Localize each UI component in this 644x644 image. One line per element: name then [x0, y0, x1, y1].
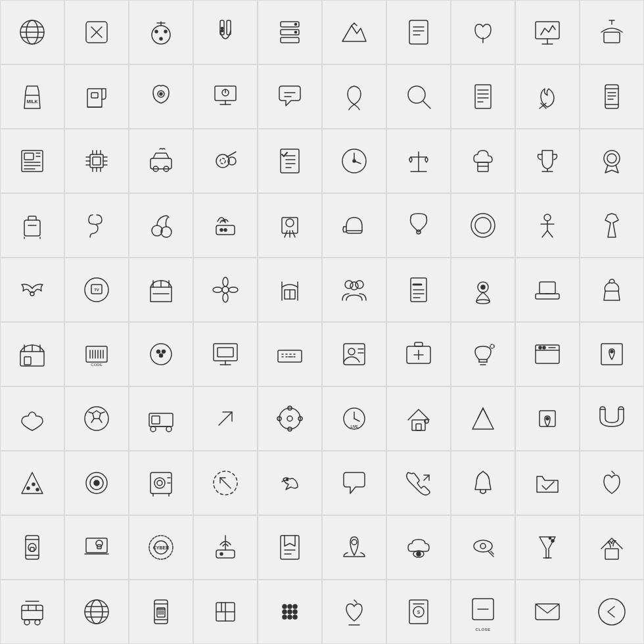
icon-gas-station[interactable]: [64, 64, 129, 129]
icon-medical[interactable]: [386, 322, 451, 386]
icon-mobile-app[interactable]: [580, 64, 644, 129]
icon-map-pin[interactable]: [580, 322, 644, 386]
icon-garden[interactable]: [258, 193, 322, 258]
icon-magnet[interactable]: [580, 386, 644, 451]
icon-device[interactable]: [515, 258, 580, 322]
icon-chat-bubble[interactable]: [258, 64, 322, 129]
icon-pyramid[interactable]: [451, 386, 515, 451]
icon-globe[interactable]: [0, 0, 64, 64]
icon-dots-grid[interactable]: [258, 580, 322, 644]
icon-cloud-server[interactable]: [451, 129, 515, 193]
icon-conveyor[interactable]: [129, 386, 193, 451]
icon-locked-laptop[interactable]: [64, 515, 129, 580]
icon-mobile-lock[interactable]: [0, 515, 64, 580]
icon-cyber[interactable]: CYBER: [129, 515, 193, 580]
icon-presentation-alarm[interactable]: [193, 64, 258, 129]
icon-libra[interactable]: [386, 129, 451, 193]
icon-cpu[interactable]: [64, 129, 129, 193]
icon-leaf-hand[interactable]: [322, 64, 386, 129]
icon-wifi-router[interactable]: [193, 515, 258, 580]
icon-car-wash[interactable]: [129, 129, 193, 193]
icon-billiards[interactable]: [193, 129, 258, 193]
icon-tram[interactable]: [0, 580, 64, 644]
icon-milk[interactable]: MILK: [0, 64, 64, 129]
icon-text-document[interactable]: [386, 258, 451, 322]
icon-cherry[interactable]: [129, 193, 193, 258]
icon-luggage[interactable]: [0, 193, 64, 258]
icon-store[interactable]: [129, 258, 193, 322]
icon-intestine[interactable]: [64, 193, 129, 258]
icon-film[interactable]: [258, 386, 322, 451]
icon-money-book[interactable]: $: [386, 580, 451, 644]
icon-market[interactable]: [0, 322, 64, 386]
icon-phone-forward[interactable]: [386, 451, 451, 515]
icon-bowling[interactable]: [129, 322, 193, 386]
icon-mobile-trash[interactable]: [129, 580, 193, 644]
icon-soccer[interactable]: [64, 386, 129, 451]
icon-team[interactable]: [322, 258, 386, 322]
icon-clock[interactable]: [322, 129, 386, 193]
icon-barcode[interactable]: CODE: [64, 322, 129, 386]
icon-helmet[interactable]: [322, 193, 386, 258]
icon-live-clock[interactable]: LIVE: [322, 386, 386, 451]
icon-back-arrow[interactable]: [580, 580, 644, 644]
icon-cancel[interactable]: [64, 0, 129, 64]
icon-trophy[interactable]: [515, 129, 580, 193]
icon-cocktail[interactable]: [515, 515, 580, 580]
icon-monitor[interactable]: [193, 322, 258, 386]
icon-test-tubes[interactable]: [193, 0, 258, 64]
icon-folder-check[interactable]: [515, 451, 580, 515]
icon-heart-hand[interactable]: [0, 386, 64, 451]
icon-chart-presentation[interactable]: [515, 0, 580, 64]
icon-safe[interactable]: [129, 451, 193, 515]
icon-book-mark[interactable]: [258, 515, 322, 580]
icon-location-pin[interactable]: [515, 386, 580, 451]
icon-cloud-eye[interactable]: [386, 515, 451, 580]
icon-bat[interactable]: [0, 258, 64, 322]
icon-dress[interactable]: [580, 193, 644, 258]
icon-apple-health[interactable]: [580, 451, 644, 515]
icon-checklist[interactable]: [258, 129, 322, 193]
icon-arrow-up-left[interactable]: [193, 451, 258, 515]
icon-close-sign[interactable]: CLOSE: [451, 580, 515, 644]
icon-cupcake[interactable]: [580, 258, 644, 322]
icon-circle[interactable]: [451, 193, 515, 258]
icon-fire-scissors[interactable]: [515, 64, 580, 129]
icon-browser[interactable]: [515, 322, 580, 386]
icon-keyboard[interactable]: [258, 322, 322, 386]
icon-well[interactable]: [580, 0, 644, 64]
icon-search[interactable]: [386, 64, 451, 129]
icon-gate[interactable]: [258, 258, 322, 322]
icon-arrow-up[interactable]: [193, 386, 258, 451]
icon-necklace[interactable]: [386, 193, 451, 258]
icon-pizza[interactable]: [0, 451, 64, 515]
icon-newspaper[interactable]: [0, 129, 64, 193]
icon-house[interactable]: ₿: [386, 386, 451, 451]
icon-router[interactable]: [193, 193, 258, 258]
icon-mind-gear[interactable]: [129, 64, 193, 129]
icon-mountain[interactable]: [322, 0, 386, 64]
icon-flower[interactable]: [193, 258, 258, 322]
icon-map-location[interactable]: [322, 515, 386, 580]
icon-bird[interactable]: [258, 451, 322, 515]
icon-eye-pencil[interactable]: [451, 515, 515, 580]
icon-email[interactable]: [515, 580, 580, 644]
icon-figure[interactable]: [515, 193, 580, 258]
icon-profile[interactable]: [322, 322, 386, 386]
icon-target[interactable]: [64, 451, 129, 515]
icon-bell[interactable]: [451, 451, 515, 515]
icon-server[interactable]: [258, 0, 322, 64]
icon-organ[interactable]: [451, 0, 515, 64]
icon-tv[interactable]: TV: [64, 258, 129, 322]
icon-document[interactable]: [386, 0, 451, 64]
icon-ornament[interactable]: [129, 0, 193, 64]
icon-location-map[interactable]: [451, 258, 515, 322]
icon-receipt-stars[interactable]: [451, 64, 515, 129]
icon-globe-2[interactable]: [64, 580, 129, 644]
icon-package[interactable]: [193, 580, 258, 644]
icon-award[interactable]: [580, 129, 644, 193]
icon-speech-bubble[interactable]: [322, 451, 386, 515]
icon-lightbulb[interactable]: [451, 322, 515, 386]
icon-eco-house[interactable]: [580, 515, 644, 580]
icon-heart-apple[interactable]: [322, 580, 386, 644]
